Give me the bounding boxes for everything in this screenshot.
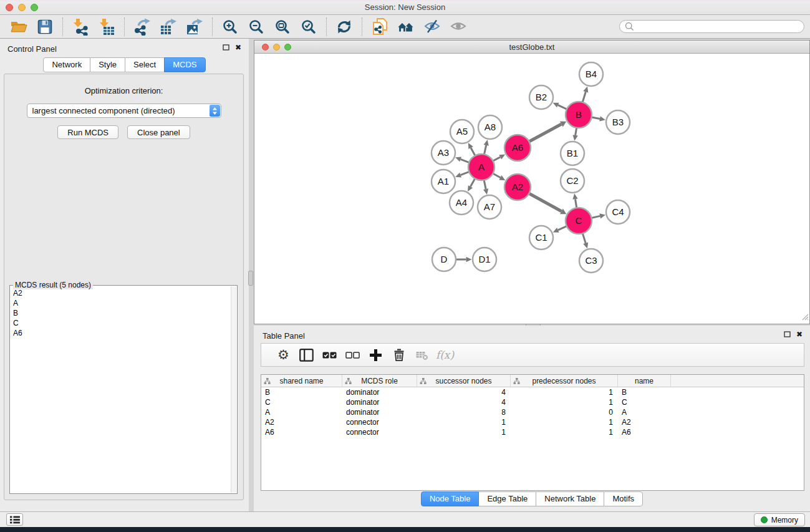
control-tab-style[interactable]: Style: [90, 57, 125, 72]
mcds-result-box: MCDS result (5 nodes) A2ABCA6: [9, 285, 238, 494]
cell-successor-nodes[interactable]: 1: [417, 427, 511, 437]
table-tab-node-table[interactable]: Node Table: [421, 491, 480, 506]
network-graph: B4B2BB3A5A8A6A3B1AA1C2A2A4A7C4CC1C3DD1: [254, 54, 809, 324]
resize-grip-icon[interactable]: [801, 312, 809, 323]
control-tab-mcds[interactable]: MCDS: [164, 57, 205, 72]
cell-successor-nodes[interactable]: 8: [417, 407, 511, 417]
graph-node-label: A5: [456, 126, 468, 137]
table-tab-motifs[interactable]: Motifs: [604, 491, 643, 506]
zoom-selected-button[interactable]: [299, 17, 318, 36]
mcds-result-item[interactable]: C: [11, 318, 230, 328]
import-table-icon: [98, 18, 115, 36]
cell-mcds-role[interactable]: connector: [342, 427, 417, 437]
memory-button[interactable]: Memory: [754, 513, 805, 526]
mcds-result-item[interactable]: A2: [11, 288, 230, 298]
import-table-button[interactable]: [97, 17, 116, 36]
export-image-button[interactable]: [185, 17, 204, 36]
cell-predecessor-nodes[interactable]: 1: [511, 427, 618, 437]
close-panel-icon[interactable]: ✖: [235, 44, 241, 51]
cell-predecessor-nodes[interactable]: 1: [511, 397, 618, 407]
cell-shared-name[interactable]: C: [261, 397, 342, 407]
mcds-result-item[interactable]: B: [11, 308, 230, 318]
cell-mcds-role[interactable]: connector: [342, 417, 417, 427]
cell-mcds-role[interactable]: dominator: [342, 407, 417, 417]
cell-shared-name[interactable]: A2: [261, 417, 342, 427]
float-panel-icon[interactable]: [223, 44, 229, 51]
cell-shared-name[interactable]: B: [261, 387, 342, 397]
task-history-button[interactable]: [6, 513, 23, 526]
graph-node-label: C3: [585, 255, 597, 266]
column-header-name[interactable]: name: [618, 375, 671, 387]
cell-successor-nodes[interactable]: 1: [417, 417, 511, 427]
import-network-button[interactable]: [71, 17, 90, 36]
graph-arrowhead: [599, 213, 605, 218]
cell-name[interactable]: C: [618, 397, 671, 407]
result-scrollbar[interactable]: [231, 286, 236, 493]
network-window-titlebar[interactable]: testGlobe.txt: [254, 41, 809, 54]
network-canvas[interactable]: B4B2BB3A5A8A6A3B1AA1C2A2A4A7C4CC1C3DD1: [254, 54, 809, 324]
export-network-button[interactable]: [133, 17, 152, 36]
table-row[interactable]: Cdominator41C: [261, 397, 804, 407]
table-tab-network-table[interactable]: Network Table: [536, 491, 604, 506]
go-home-button[interactable]: [397, 17, 415, 36]
float-table-panel-icon[interactable]: [784, 331, 791, 337]
cell-name[interactable]: A2: [618, 417, 671, 427]
table-row[interactable]: Adominator80A: [261, 407, 804, 417]
search-box[interactable]: [619, 20, 804, 33]
zoom-fit-button[interactable]: [273, 17, 292, 36]
add-row-button[interactable]: [364, 347, 387, 363]
save-session-button[interactable]: [36, 17, 54, 36]
cell-name[interactable]: A: [618, 407, 671, 417]
cell-successor-nodes[interactable]: 4: [417, 387, 511, 397]
control-tab-select[interactable]: Select: [125, 57, 165, 72]
open-session-button[interactable]: [9, 17, 28, 36]
select-all-button[interactable]: [318, 347, 341, 363]
zoom-out-button[interactable]: [247, 17, 266, 36]
hide-panel-button[interactable]: [423, 17, 441, 36]
toolbar-separator: [62, 17, 63, 36]
cell-name[interactable]: B: [618, 387, 671, 397]
cell-predecessor-nodes[interactable]: 1: [511, 417, 618, 427]
column-header-shared-name[interactable]: shared name: [261, 375, 342, 387]
criterion-dropdown[interactable]: largest connected component (directed): [27, 104, 221, 118]
cell-mcds-role[interactable]: dominator: [342, 387, 417, 397]
table-row[interactable]: Bdominator41B: [261, 387, 804, 397]
cell-shared-name[interactable]: A: [261, 407, 342, 417]
columns-icon: [299, 349, 314, 362]
houses-icon: [397, 19, 415, 34]
cell-predecessor-nodes[interactable]: 1: [511, 387, 618, 397]
mcds-result-item[interactable]: A: [11, 298, 230, 308]
close-table-panel-icon[interactable]: ✖: [796, 331, 803, 338]
cell-mcds-role[interactable]: dominator: [342, 397, 417, 407]
search-input[interactable]: [634, 22, 799, 31]
table-settings-button[interactable]: ⚙: [272, 347, 295, 363]
table-row[interactable]: A2connector11A2: [261, 417, 804, 427]
zoom-in-button[interactable]: [221, 17, 239, 36]
run-mcds-button[interactable]: Run MCDS: [57, 125, 118, 139]
column-header-mcds-role[interactable]: MCDS role: [342, 375, 417, 387]
open-folder-icon: [11, 19, 27, 34]
control-tab-network[interactable]: Network: [43, 57, 90, 72]
column-header-predecessor-nodes[interactable]: predecessor nodes: [511, 375, 618, 387]
graph-arrowhead: [484, 140, 489, 146]
deselect-all-icon: [345, 352, 360, 359]
cell-name[interactable]: A6: [618, 427, 671, 437]
deselect-all-button[interactable]: [341, 347, 364, 363]
show-columns-button[interactable]: [295, 347, 318, 363]
cell-successor-nodes[interactable]: 4: [417, 397, 511, 407]
cell-shared-name[interactable]: A6: [261, 427, 342, 437]
table-tab-edge-table[interactable]: Edge Table: [478, 491, 536, 506]
export-table-button[interactable]: [159, 17, 178, 36]
vertical-splitter-handle[interactable]: [248, 271, 253, 286]
show-panel-button[interactable]: [449, 17, 468, 36]
column-header-successor-nodes[interactable]: successor nodes: [417, 375, 511, 387]
close-panel-button[interactable]: Close panel: [127, 125, 190, 139]
new-network-from-selection-button[interactable]: [370, 17, 389, 36]
refresh-button[interactable]: [335, 17, 354, 36]
delete-row-button[interactable]: [387, 347, 410, 363]
column-header-label: successor nodes: [435, 377, 491, 385]
plus-icon: [369, 349, 382, 362]
table-row[interactable]: A6connector11A6: [261, 427, 804, 437]
cell-predecessor-nodes[interactable]: 0: [511, 407, 618, 417]
mcds-result-item[interactable]: A6: [11, 328, 230, 338]
